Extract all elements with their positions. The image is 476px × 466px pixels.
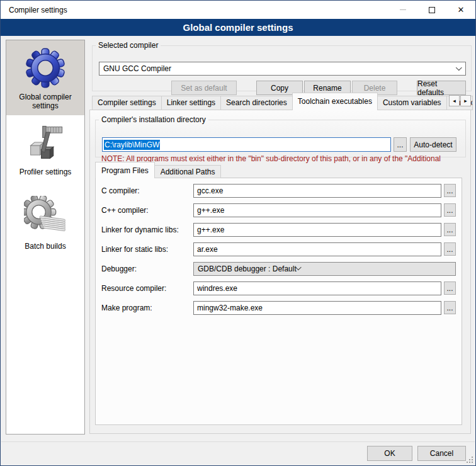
footer-divider	[1, 441, 475, 442]
field-row-make-program: Make program: ...	[101, 300, 456, 315]
browse-make-program-button[interactable]: ...	[444, 301, 456, 314]
browse-cpp-compiler-button[interactable]: ...	[444, 203, 456, 217]
sidebar-item-batch-builds[interactable]: Batch builds	[6, 190, 84, 264]
field-row-dynamic-linker: Linker for dynamic libs: ...	[101, 222, 456, 237]
field-label: Linker for dynamic libs:	[101, 225, 193, 234]
gray-gear-stack-icon	[24, 196, 67, 239]
settings-tabbar: Compiler settings Linker settings Search…	[92, 93, 473, 110]
toolchain-executables-page: Compiler's installation directory C:\ray…	[89, 110, 471, 434]
field-row-resource-compiler: Resource compiler: ...	[101, 281, 456, 295]
program-files-tabbar: Program Files Additional Paths	[95, 162, 221, 178]
dynamic-linker-input[interactable]	[193, 223, 441, 237]
tab-additional-paths[interactable]: Additional Paths	[154, 165, 222, 178]
field-row-debugger: Debugger: GDB/CDB debugger : Default	[101, 261, 456, 276]
browse-c-compiler-button[interactable]: ...	[444, 184, 456, 197]
minimize-button[interactable]	[388, 1, 417, 19]
selected-text: C:\raylib\MinGW	[104, 140, 160, 150]
caption-buttons: ✕	[388, 1, 475, 19]
sidebar-item-global-compiler-settings[interactable]: Global compiler settings	[6, 40, 84, 115]
field-label: Linker for static libs:	[101, 245, 193, 254]
tab-scroll-left-button[interactable]: ◂	[449, 95, 460, 106]
close-button[interactable]: ✕	[446, 1, 475, 19]
debugger-select[interactable]: GDB/CDB debugger : Default	[193, 262, 456, 276]
field-label: Make program:	[101, 304, 193, 312]
installation-directory-legend: Compiler's installation directory	[99, 115, 208, 124]
field-label: C++ compiler:	[101, 206, 193, 215]
tab-search-directories[interactable]: Search directories	[220, 96, 293, 110]
window-title: Compiler settings	[1, 6, 67, 14]
tab-scroll-right-button[interactable]: ▸	[460, 95, 471, 106]
field-row-c-compiler: C compiler: ...	[101, 183, 456, 198]
maximize-button[interactable]	[417, 1, 446, 19]
auto-detect-button[interactable]: Auto-detect	[410, 137, 456, 152]
cancel-button[interactable]: Cancel	[417, 446, 466, 461]
selected-compiler-groupbox: Selected compiler GNU GCC Compiler Set a…	[92, 41, 472, 91]
c-compiler-input[interactable]	[193, 184, 441, 198]
field-label: Debugger:	[101, 264, 193, 273]
compiler-select-value: GNU GCC Compiler	[103, 64, 457, 73]
cpp-compiler-input[interactable]	[193, 203, 441, 217]
tab-scroll-buttons: ◂ ▸	[448, 95, 471, 106]
tab-toolchain-executables[interactable]: Toolchain executables	[292, 93, 378, 110]
sidebar-item-label: Batch builds	[13, 242, 78, 251]
page-title: Global compiler settings	[1, 19, 475, 36]
browse-dynamic-linker-button[interactable]: ...	[444, 223, 456, 236]
tab-linker-settings[interactable]: Linker settings	[161, 96, 221, 110]
program-files-page: C compiler: ... C++ compiler: ... Linker…	[95, 178, 462, 425]
field-label: C compiler:	[101, 186, 193, 195]
field-row-cpp-compiler: C++ compiler: ...	[101, 203, 456, 217]
sidebar-item-profiler-settings[interactable]: Profiler settings	[6, 115, 84, 190]
installation-directory-input[interactable]: C:\raylib\MinGW	[102, 137, 391, 152]
debugger-select-value: GDB/CDB debugger : Default	[198, 264, 297, 273]
static-linker-input[interactable]	[193, 242, 441, 256]
browse-directory-button[interactable]: ...	[394, 137, 407, 152]
tab-compiler-settings[interactable]: Compiler settings	[92, 96, 162, 110]
arrow-right-icon: ▸	[464, 98, 467, 104]
minimize-icon	[400, 9, 406, 10]
browse-resource-compiler-button[interactable]: ...	[444, 281, 456, 295]
installation-directory-groupbox: Compiler's installation directory C:\ray…	[95, 115, 466, 157]
selected-compiler-legend: Selected compiler	[96, 41, 161, 50]
sidebar-item-label: Global compiler settings	[13, 93, 78, 110]
blue-gear-icon	[24, 47, 67, 89]
tab-custom-variables[interactable]: Custom variables	[377, 96, 447, 110]
compiler-settings-window: Compiler settings ✕ Global compiler sett…	[0, 0, 476, 466]
browse-static-linker-button[interactable]: ...	[444, 242, 456, 256]
close-icon: ✕	[458, 6, 465, 14]
ok-button[interactable]: OK	[367, 446, 412, 461]
tab-program-files[interactable]: Program Files	[95, 162, 155, 178]
field-label: Resource compiler:	[101, 284, 193, 293]
sidebar-item-label: Profiler settings	[13, 168, 78, 176]
compiler-select[interactable]: GNU GCC Compiler	[99, 62, 466, 76]
resource-compiler-input[interactable]	[193, 281, 441, 295]
field-row-static-linker: Linker for static libs: ...	[101, 242, 456, 256]
make-program-input[interactable]	[193, 301, 441, 315]
resize-grip-icon[interactable]	[467, 462, 468, 463]
caliper-icon	[24, 122, 67, 164]
arrow-left-icon: ◂	[453, 98, 456, 104]
maximize-icon	[429, 7, 435, 13]
settings-category-list: Global compiler settings Profiler settin…	[6, 40, 85, 435]
